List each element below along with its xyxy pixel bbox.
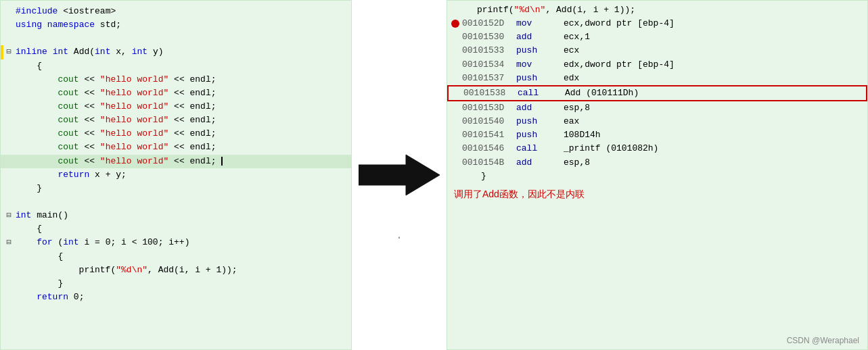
code-line: { <box>1 222 351 236</box>
code-line: #include <iostream> <box>1 5 351 18</box>
asm-content: printf("%d\n", Add(i, i + 1)); 0010152D … <box>447 1 867 203</box>
code-line: { <box>1 59 351 73</box>
main-container: #include <iostream> using namespace std;… <box>0 0 868 350</box>
asm-operand: 108D14h <box>564 128 601 142</box>
asm-address: 00101546 <box>462 142 516 155</box>
code-line: cout << "hello world" << endl; <box>1 100 351 114</box>
code-text: inline int Add(int x, int y) <box>13 45 163 59</box>
asm-operand: edx,dword ptr [ebp-4] <box>564 58 675 72</box>
code-text <box>13 195 21 209</box>
asm-line: 0010153D add esp,8 <box>447 101 867 115</box>
code-text: cout << "hello world" << endl; <box>13 155 223 168</box>
asm-opcode: add <box>516 30 564 44</box>
code-text: cout << "hello world" << endl; <box>13 73 216 86</box>
asm-opcode: push <box>516 115 564 128</box>
code-line: } <box>1 277 351 291</box>
asm-line: 00101534 mov edx,dword ptr [ebp-4] <box>447 58 867 72</box>
code-text: cout << "hello world" << endl; <box>13 141 216 154</box>
asm-operand: esp,8 <box>564 156 590 170</box>
asm-header-text: printf("%d\n", Add(i, i + 1)); <box>474 3 635 17</box>
collapse-button[interactable]: ⊟ <box>6 209 11 222</box>
asm-address: 00101534 <box>462 58 516 72</box>
asm-opcode: add <box>516 101 564 115</box>
dot: . <box>396 230 403 242</box>
code-line: cout << "hello world" << endl; <box>1 141 351 154</box>
code-text: { <box>13 222 42 236</box>
code-text: cout << "hello world" << endl; <box>13 100 216 114</box>
asm-operand: ecx,1 <box>564 30 590 44</box>
breakpoint-dot <box>451 20 459 28</box>
code-line: ⊟ for (int i = 0; i < 100; i++) <box>1 236 351 249</box>
code-text: { <box>13 59 42 73</box>
asm-opcode: call <box>516 142 564 155</box>
code-text: return x + y; <box>13 168 127 182</box>
asm-address: 00101537 <box>462 72 516 85</box>
code-text: printf("%d\n", Add(i, i + 1)); <box>13 264 237 277</box>
code-text: cout << "hello world" << endl; <box>13 114 216 127</box>
asm-address: 00101530 <box>462 30 516 44</box>
asm-operand: edx <box>564 72 579 85</box>
svg-marker-0 <box>359 155 440 195</box>
code-line: cout << "hello world" << endl; <box>1 114 351 127</box>
left-code-panel: #include <iostream> using namespace std;… <box>0 0 352 350</box>
code-line: using namespace std; <box>1 18 351 32</box>
code-line: cout << "hello world" << endl; <box>1 73 351 86</box>
asm-operand: ecx <box>564 44 579 57</box>
asm-line: 00101533 push ecx <box>447 44 867 57</box>
asm-operand: ecx,dword ptr [ebp-4] <box>564 17 675 30</box>
code-line: ⊟ inline int Add(int x, int y) <box>1 45 351 59</box>
asm-operand: Add (010111Dh) <box>565 86 639 100</box>
code-text: { <box>13 250 63 264</box>
asm-address: 00101538 <box>463 86 518 100</box>
asm-line: 0010152D mov ecx,dword ptr [ebp-4] <box>447 17 867 30</box>
gutter: ⊟ <box>1 236 13 249</box>
code-line <box>1 32 351 45</box>
asm-operand: _printf (0101082h) <box>564 142 658 155</box>
asm-opcode: mov <box>516 17 564 30</box>
asm-opcode: call <box>518 86 565 100</box>
code-text: } <box>13 277 63 291</box>
asm-line: 00101546 call _printf (0101082h) <box>447 142 867 155</box>
gutter: ⊟ <box>1 209 13 222</box>
code-line: } <box>1 182 351 195</box>
code-text <box>13 32 21 45</box>
arrow-area: . <box>352 0 447 350</box>
code-editor: #include <iostream> using namespace std;… <box>1 1 351 308</box>
asm-opcode: mov <box>516 58 564 72</box>
arrow-icon <box>359 148 440 202</box>
code-line: { <box>1 250 351 264</box>
code-text: cout << "hello world" << endl; <box>13 86 216 100</box>
comment-text: 调用了Add函数，因此不是内联 <box>447 183 867 201</box>
gutter: ⊟ <box>1 46 13 59</box>
asm-address: 00101540 <box>462 115 516 128</box>
code-line <box>1 195 351 209</box>
code-line: printf("%d\n", Add(i, i + 1)); <box>1 264 351 277</box>
asm-operand: eax <box>564 115 579 128</box>
asm-line: 00101541 push 108D14h <box>447 128 867 142</box>
collapse-button[interactable]: ⊟ <box>6 236 11 249</box>
code-text: for (int i = 0; i < 100; i++) <box>13 236 189 249</box>
code-line: return x + y; <box>1 168 351 182</box>
asm-opcode: push <box>516 72 564 85</box>
asm-address: 0010154B <box>462 156 516 170</box>
right-asm-panel: printf("%d\n", Add(i, i + 1)); 0010152D … <box>447 0 868 350</box>
code-line-cursor: cout << "hello world" << endl; <box>1 155 351 168</box>
asm-opcode: add <box>516 156 564 170</box>
asm-call-line: 00101538 call Add (010111Dh) <box>447 85 867 101</box>
code-text: #include <iostream> <box>13 5 116 18</box>
collapse-button[interactable]: ⊟ <box>6 46 11 59</box>
code-text: int main() <box>13 209 68 222</box>
asm-line: 00101530 add ecx,1 <box>447 30 867 44</box>
code-line: cout << "hello world" << endl; <box>1 127 351 141</box>
code-text: return 0; <box>13 291 84 304</box>
asm-header-line: printf("%d\n", Add(i, i + 1)); <box>447 3 867 17</box>
code-text: cout << "hello world" << endl; <box>13 127 216 141</box>
asm-address: 00101533 <box>462 44 516 57</box>
asm-line: } <box>447 170 867 183</box>
code-text: } <box>13 182 42 195</box>
asm-operand: esp,8 <box>564 101 590 115</box>
asm-line: 00101537 push edx <box>447 72 867 85</box>
watermark: CSDN @Weraphael <box>787 336 859 345</box>
code-line: ⊟ int main() <box>1 209 351 222</box>
asm-address: 00101541 <box>462 128 516 142</box>
